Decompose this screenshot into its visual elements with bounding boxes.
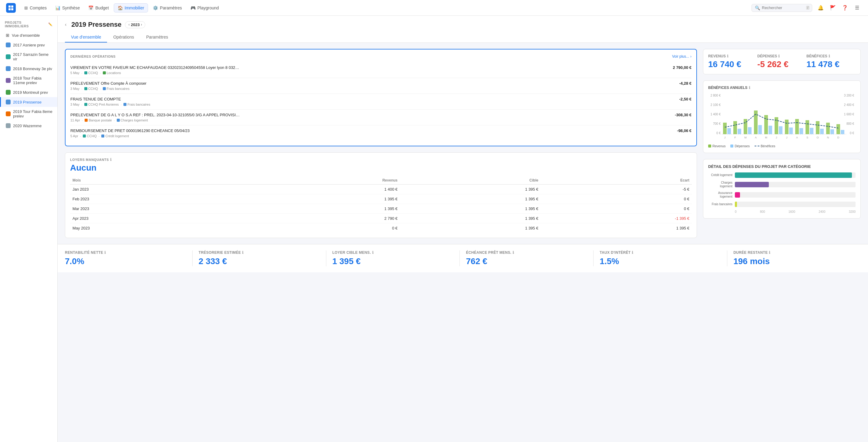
ops-section-title: DERNIÈRES OPÉRATIONS [70, 55, 116, 58]
operation-row[interactable]: FRAIS TENUE DE COMPTE -2,50 € 3 May - CC… [70, 94, 691, 110]
sidebar-item-2018-tour-fabia[interactable]: 2018 Tour Fabia 11eme prelev [0, 73, 57, 87]
tab-parametres[interactable]: Paramètres [140, 32, 174, 42]
hbar-row: Charges logement [708, 181, 856, 188]
year-next-arrow[interactable]: › [141, 23, 142, 27]
help-icon[interactable]: ❓ [840, 3, 850, 13]
search-input[interactable] [762, 5, 804, 10]
operation-row[interactable]: PRELEVEMENT Offre Compte À composer -4,2… [70, 78, 691, 94]
svg-text:N: N [827, 136, 829, 139]
hbar-label: Frais bancaires [708, 203, 733, 206]
back-arrow[interactable]: ‹ [65, 22, 66, 27]
nav-synthese[interactable]: 📊 Synthèse [52, 4, 84, 12]
app-logo[interactable] [6, 3, 16, 13]
chart-icon: 📊 [55, 5, 60, 10]
menu-icon[interactable]: ☰ [852, 3, 862, 13]
tab-vue-ensemble[interactable]: Vue d'ensemble [65, 32, 107, 42]
bottom-stat-item: ÉCHÉANCE PRÊT MENS. ℹ 762 € [460, 251, 593, 266]
voir-plus-link[interactable]: Voir plus... › [672, 54, 691, 59]
loyers-table-row: Jan 2023 1 400 € 1 395 € -5 € [70, 184, 692, 194]
bottom-stat-item: TAUX D'INTÉRÊT ℹ 1.5% [593, 251, 727, 266]
bottom-stat-info-icon[interactable]: ℹ [513, 251, 514, 255]
svg-text:F: F [734, 136, 736, 139]
benefices-value: 11 478 € [806, 59, 856, 69]
sidebar-item-2019-tour-fabia[interactable]: 2019 Tour Fabia 8eme prelev [0, 107, 57, 121]
flag-icon[interactable]: 🚩 [828, 3, 838, 13]
sidebar-item-2020-wazemme[interactable]: 2020 Wazemme [0, 121, 57, 130]
search-box[interactable]: 🔍 / [751, 4, 812, 12]
loyers-table-row: Apr 2023 2 790 € 1 395 € -1 395 € [70, 214, 692, 224]
operation-row[interactable]: VIREMENT EN VOTRE FAVEUR MC ECHAFAUDAGE … [70, 62, 691, 78]
year-nav[interactable]: ‹ 2023 › [125, 21, 145, 28]
category-color-dot [103, 87, 106, 90]
loyers-ecart: -5 € [541, 184, 692, 194]
benefices-info-icon[interactable]: ℹ [829, 54, 830, 58]
loyers-table-row: Feb 2023 1 395 € 1 395 € 0 € [70, 194, 692, 204]
bottom-stat-info-icon[interactable]: ℹ [769, 251, 770, 255]
operation-row[interactable]: PRELEVEMENT DE G A L Y O S.A REF : PREL.… [70, 110, 691, 125]
svg-rect-20 [748, 127, 751, 134]
loyers-cible: 1 395 € [400, 204, 541, 214]
nav-immobilier[interactable]: 🏠 Immobilier [114, 3, 148, 12]
bottom-stat-label: LOYER CIBLE MENS. ℹ [332, 251, 454, 255]
bottom-stat-info-icon[interactable]: ℹ [242, 251, 244, 255]
svg-text:2 800 €: 2 800 € [711, 94, 721, 97]
op-account-tag: CCHQ Pret Asnieres [84, 102, 119, 106]
notifications-icon[interactable]: 🔔 [816, 3, 826, 13]
account-color-dot [83, 135, 86, 138]
svg-rect-16 [727, 128, 731, 134]
svg-rect-34 [820, 129, 824, 134]
nav-comptes[interactable]: ⊞ Comptes [21, 4, 50, 12]
sidebar-item-2017-asniere[interactable]: 2017 Asniere prev [0, 40, 57, 50]
op-category-tag: Frais bancaires [103, 87, 129, 90]
search-icon: 🔍 [755, 5, 760, 10]
benefices-chart-info-icon[interactable]: ℹ [749, 86, 750, 90]
nav-parametres[interactable]: ⚙️ Paramètres [149, 4, 185, 12]
loyers-cible: 1 395 € [400, 224, 541, 233]
hbar-fill [735, 172, 852, 178]
project-dot [6, 90, 11, 95]
svg-rect-38 [841, 130, 844, 134]
operation-row[interactable]: REMBOURSEMENT DE PRET 00001961290 ECHEAN… [70, 125, 691, 141]
bottom-stat-info-icon[interactable]: ℹ [104, 251, 106, 255]
col-ecart: Ecart [541, 176, 692, 184]
stat-benefices: BÉNÉFICES ℹ 11 478 € [806, 54, 856, 69]
svg-rect-32 [810, 128, 813, 134]
svg-rect-15 [723, 123, 727, 134]
bottom-stat-value: 2 333 € [199, 257, 320, 266]
left-column: DERNIÈRES OPÉRATIONS Voir plus... › VIRE… [65, 49, 697, 238]
nav-budget[interactable]: 📅 Budget [85, 4, 112, 12]
loyers-cible: 1 395 € [400, 184, 541, 194]
svg-rect-2 [8, 8, 11, 10]
sidebar-item-overview[interactable]: ⊞ Vue d'ensemble [0, 30, 57, 40]
edit-icon[interactable]: ✏️ [48, 23, 53, 26]
sidebar-item-2019-pressense[interactable]: 2019 Pressense [0, 97, 57, 107]
svg-rect-36 [830, 129, 834, 134]
svg-rect-1 [11, 5, 13, 8]
nav-playground[interactable]: 🎮 Playground [187, 4, 223, 12]
loyers-mois: Mar 2023 [70, 204, 243, 214]
svg-text:M: M [744, 136, 747, 139]
depenses-info-icon[interactable]: ℹ [778, 54, 780, 58]
project-title: 2019 Pressense [71, 21, 121, 29]
year-prev-arrow[interactable]: ‹ [128, 23, 129, 27]
loyers-ecart: 0 € [541, 204, 692, 214]
tabs: Vue d'ensemble Opérations Paramètres [65, 32, 861, 42]
arrow-right-icon: › [690, 54, 691, 59]
bottom-stat-info-icon[interactable]: ℹ [632, 251, 633, 255]
loyers-ecart: 1 395 € [541, 224, 692, 233]
op-category-tag: Locations [103, 71, 121, 75]
search-shortcut: / [806, 6, 809, 10]
loyers-table-row: May 2023 0 € 1 395 € 1 395 € [70, 224, 692, 233]
tab-operations[interactable]: Opérations [107, 32, 140, 42]
sidebar-item-2018-bonnevay[interactable]: 2018 Bonnevay 3e plv [0, 64, 57, 73]
sidebar-item-2019-montreuil[interactable]: 2019 Montreuil prev [0, 87, 57, 97]
revenus-info-icon[interactable]: ℹ [727, 54, 728, 58]
content-area: DERNIÈRES OPÉRATIONS Voir plus... › VIRE… [58, 43, 868, 244]
hbar-axis-label: 1600 [788, 210, 795, 213]
svg-rect-27 [785, 120, 788, 134]
loyers-info-icon[interactable]: ℹ [110, 157, 112, 162]
bottom-stat-value: 1.5% [599, 257, 721, 266]
sidebar-item-2017-sarrazin[interactable]: 2017 Sarrazin 5eme vir [0, 50, 57, 64]
hbar-axis-label: 3200 [849, 210, 856, 213]
bottom-stat-info-icon[interactable]: ℹ [372, 251, 374, 255]
